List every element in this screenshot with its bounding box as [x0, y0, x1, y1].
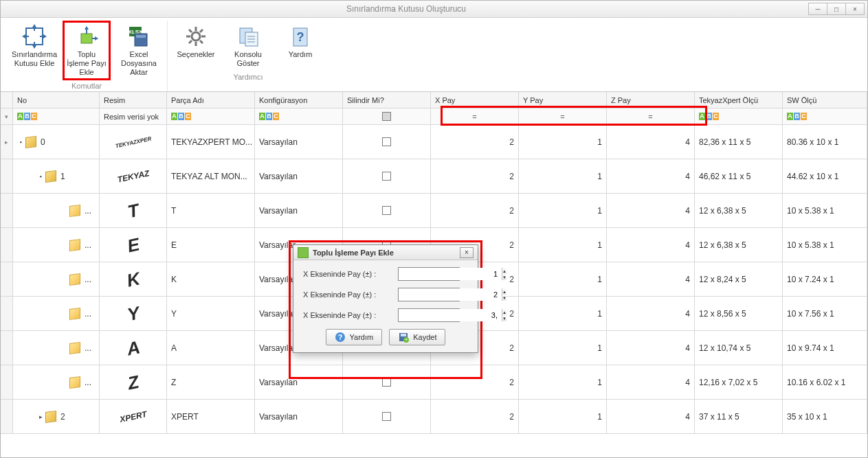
cell-parca: A [167, 331, 255, 365]
filter-xpay[interactable]: = [431, 108, 519, 124]
svg-line-25 [189, 41, 192, 43]
filter-ypay[interactable]: = [519, 108, 607, 124]
spin-down-icon[interactable]: ▼ [502, 274, 507, 280]
dialog-help-button[interactable]: ? Yardım [326, 329, 383, 345]
col-header-ypay[interactable]: Y Pay [519, 92, 607, 108]
col-header-konf[interactable]: Konfigürasyon [255, 92, 343, 108]
cell-xpay: 2 [431, 194, 519, 227]
table-row[interactable]: ▸2XPERTXPERTVarsayılan21437 x 11 x 535 x… [1, 400, 867, 434]
col-header-parca[interactable]: Parça Adı [167, 92, 255, 108]
spin-up-icon[interactable]: ▲ [502, 268, 507, 274]
checkbox-icon[interactable] [382, 206, 391, 215]
svg-line-26 [200, 30, 203, 32]
cell-sw: 10 x 9.74 x 1 [783, 331, 867, 365]
col-header-tekyaz[interactable]: TekyazXpert Ölçü [695, 92, 783, 108]
table-row[interactable]: ▪1TEKYAZTEKYAZ ALT MON...Varsayılan21446… [1, 159, 867, 194]
col-header-no[interactable]: No [13, 92, 100, 108]
cell-no-text: ... [85, 378, 91, 387]
row-indicator [1, 194, 13, 227]
svg-point-18 [192, 32, 200, 41]
console-button[interactable]: Konsolu Göster [224, 21, 272, 71]
filter-no[interactable]: ABC [13, 108, 100, 124]
checkbox-icon[interactable] [382, 137, 391, 146]
console-icon [236, 24, 260, 49]
spin-down-icon[interactable]: ▼ [502, 295, 507, 301]
cell-silindir[interactable] [343, 159, 431, 193]
checkbox-icon[interactable] [382, 172, 391, 181]
close-button[interactable]: × [845, 3, 865, 15]
tree-toggle-icon[interactable]: ▪ [17, 139, 24, 146]
help-circle-icon: ? [335, 332, 346, 343]
dialog-x-input[interactable] [399, 268, 502, 280]
dialog-save-button[interactable]: + Kaydet [389, 329, 445, 345]
table-row[interactable]: ...TTVarsayılan21412 x 6,38 x 510 x 5.38… [1, 194, 867, 228]
table-row[interactable]: ▸▪0TEKYAZXPERTEKYAZXPERT MO...Varsayılan… [1, 125, 867, 159]
table-row[interactable]: ...ZZVarsayılan21412,16 x 7,02 x 510.16 … [1, 365, 867, 400]
cell-silindir[interactable] [343, 125, 431, 159]
dialog-close-button[interactable]: × [460, 247, 474, 258]
cell-no: ... [13, 331, 100, 365]
spin-up-icon[interactable]: ▲ [502, 288, 507, 295]
filter-row-handle[interactable]: ▾ [1, 108, 13, 124]
col-header-sw[interactable]: SW Ölçü [783, 92, 867, 108]
cell-sw: 80.36 x 10 x 1 [783, 125, 867, 159]
dialog-titlebar[interactable]: Toplu İşleme Payı Ekle × [293, 245, 478, 260]
cell-sw: 35 x 10 x 1 [783, 400, 867, 433]
dialog-z-input[interactable] [399, 309, 502, 321]
checkbox-icon[interactable] [382, 412, 391, 421]
filter-parca[interactable]: ABC [167, 108, 255, 124]
col-header-zpay[interactable]: Z Pay [607, 92, 695, 108]
filter-zpay[interactable]: = [607, 108, 695, 124]
filter-konf[interactable]: ABC [255, 108, 343, 124]
cell-no: ▪1 [13, 159, 100, 193]
maximize-button[interactable]: □ [827, 3, 846, 15]
dialog-save-label: Kaydet [413, 333, 436, 341]
bulk-add-button[interactable]: Toplu İşleme Payı Ekle [63, 21, 111, 80]
cell-konf: Varsayılan [255, 159, 343, 193]
tree-toggle-icon[interactable]: ▸ [37, 413, 44, 420]
dialog-y-input[interactable] [399, 288, 502, 301]
checkbox-icon[interactable] [382, 378, 391, 387]
grid-header-row: No Resim Parça Adı Konfigürasyon Silindi… [1, 92, 867, 108]
svg-marker-8 [43, 34, 47, 38]
cell-thumb: E [100, 228, 167, 262]
tree-toggle-icon[interactable]: ▪ [37, 173, 44, 180]
help-button[interactable]: ? Yardım [276, 21, 324, 71]
col-header-silindir[interactable]: Silindir Mi? [343, 92, 431, 108]
filter-sw[interactable]: ABC [783, 108, 867, 124]
grid-filter-row: ▾ ABC Resim verisi yok ABC ABC = = = ABC… [1, 108, 867, 125]
col-header-resim[interactable]: Resim [100, 92, 167, 108]
cell-silindir[interactable] [343, 194, 431, 227]
cell-parca: T [167, 194, 255, 227]
cell-thumb: Y [100, 297, 167, 330]
svg-rect-9 [81, 34, 92, 43]
dialog-z-label: X Ekseninde Pay (±) : [303, 311, 392, 319]
bbox-add-button[interactable]: Sınırlandırma Kutusu Ekle [10, 21, 58, 80]
minimize-button[interactable]: ─ [808, 3, 827, 15]
cell-tekyaz: 12 x 8,24 x 5 [695, 262, 783, 296]
dialog-y-spinner[interactable]: ▲▼ [398, 288, 460, 301]
row-indicator [1, 331, 13, 365]
dialog-z-spinner[interactable]: ▲▼ [398, 308, 460, 322]
col-header-xpay[interactable]: X Pay [431, 92, 519, 108]
cell-zpay: 4 [607, 365, 695, 399]
filter-silindir[interactable] [343, 108, 431, 124]
filter-tekyaz[interactable]: ABC [695, 108, 783, 124]
cell-ypay: 1 [519, 125, 607, 159]
spin-up-icon[interactable]: ▲ [502, 309, 507, 315]
dialog-x-spinner[interactable]: ▲▼ [398, 267, 460, 281]
filter-resim[interactable]: Resim verisi yok [100, 108, 167, 124]
cell-silindir[interactable] [343, 400, 431, 433]
spin-down-icon[interactable]: ▼ [502, 315, 507, 321]
ribbon: Sınırlandırma Kutusu Ekle Toplu İşleme P… [1, 18, 867, 92]
cell-tekyaz: 12 x 8,56 x 5 [695, 297, 783, 330]
cell-silindir[interactable] [343, 365, 431, 399]
svg-line-23 [189, 30, 192, 32]
excel-export-button[interactable]: XLSX Excel Dosyasına Aktar [115, 21, 163, 80]
svg-marker-12 [85, 26, 89, 30]
cell-thumb: T [100, 194, 167, 227]
cell-thumb: Z [100, 365, 167, 399]
cell-xpay: 2 [431, 159, 519, 193]
window-title: Sınırlandırma Kutusu Oluşturucu [3, 4, 809, 14]
options-button[interactable]: Seçenekler [172, 21, 220, 71]
